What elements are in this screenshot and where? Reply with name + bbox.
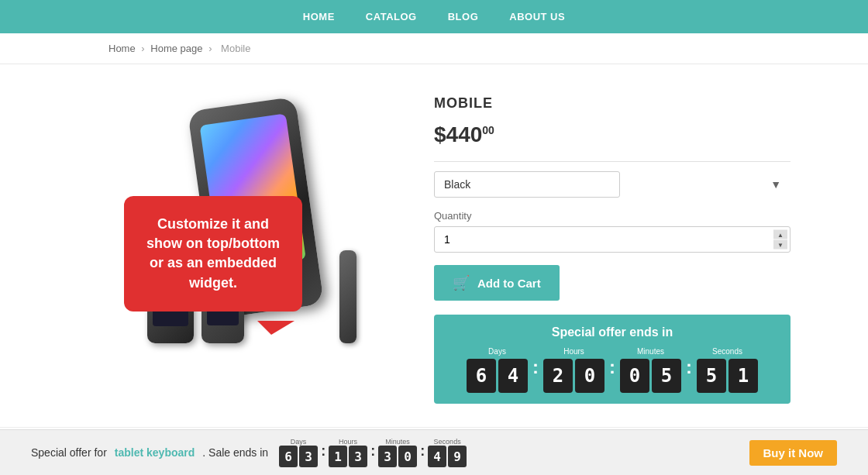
speech-bubble: Customize it and show on top/bottom or a… — [124, 196, 302, 312]
quantity-wrapper: ▲ ▼ — [434, 226, 790, 253]
nav-about[interactable]: ABOUT US — [509, 11, 565, 22]
bottom-countdown: Days 6 3 : Hours 1 3 : Minutes 3 0 : — [279, 438, 467, 467]
bottom-timer-seconds: Seconds 4 9 — [428, 438, 467, 467]
add-to-cart-button[interactable]: 🛒 Add to Cart — [434, 265, 560, 301]
bottom-seconds-label: Seconds — [434, 438, 461, 446]
bottom-days-d2: 3 — [299, 446, 318, 467]
chevron-down-icon: ▼ — [770, 178, 781, 191]
quantity-input[interactable] — [434, 226, 790, 253]
seconds-digit-1: 5 — [697, 359, 726, 393]
product-image-area: Customize it and show on top/bottom or a… — [108, 88, 403, 404]
days-digit-2: 4 — [498, 359, 528, 393]
bottom-timer-hours: Hours 1 3 — [329, 438, 367, 467]
days-label: Days — [488, 347, 506, 356]
bottom-minutes-label: Minutes — [385, 438, 410, 446]
bottom-days-d1: 6 — [279, 446, 298, 467]
hours-digit-1: 2 — [543, 359, 573, 393]
seconds-digit-2: 1 — [728, 359, 758, 393]
bottom-hours-digits: 1 3 — [329, 446, 367, 467]
bottom-minutes-d2: 0 — [398, 446, 417, 467]
minutes-label: Minutes — [637, 347, 664, 356]
timer-seconds: Seconds 5 1 — [697, 347, 758, 393]
seconds-digits: 5 1 — [697, 359, 758, 393]
bottom-days-digits: 6 3 — [279, 446, 318, 467]
quantity-label: Quantity — [434, 210, 790, 222]
separator-1: : — [532, 356, 539, 378]
breadcrumb-home[interactable]: Home — [108, 43, 136, 54]
bottom-sep-3: : — [420, 443, 425, 460]
breadcrumb-current: Mobile — [221, 43, 250, 54]
bottom-bar-link[interactable]: tablet keyboard — [115, 446, 195, 459]
hours-digits: 2 0 — [543, 359, 604, 393]
product-details: MOBILE $44000 Black White Silver ▼ Quant… — [434, 88, 790, 404]
minutes-digit-2: 5 — [652, 359, 681, 393]
countdown-title: Special offer ends in — [450, 325, 775, 339]
product-title: MOBILE — [434, 95, 790, 112]
breadcrumb-homepage[interactable]: Home page — [150, 43, 202, 54]
timer-minutes: Minutes 0 5 — [620, 347, 681, 393]
buy-now-button[interactable]: Buy it Now — [749, 440, 838, 466]
hours-digit-2: 0 — [575, 359, 604, 393]
timer-hours: Hours 2 0 — [543, 347, 604, 393]
bottom-hours-label: Hours — [339, 438, 357, 446]
bottom-sep-2: : — [370, 443, 375, 460]
bottom-hours-d2: 3 — [349, 446, 367, 467]
bottom-seconds-d1: 4 — [428, 446, 446, 467]
minutes-digit-1: 0 — [620, 359, 649, 393]
bottom-minutes-digits: 3 0 — [378, 446, 417, 467]
bottom-sep-1: : — [321, 443, 326, 460]
bottom-seconds-digits: 4 9 — [428, 446, 467, 467]
bottom-days-label: Days — [291, 438, 307, 446]
bottom-bar-text2: . Sale ends in — [202, 446, 268, 459]
bottom-minutes-d1: 3 — [378, 446, 397, 467]
breadcrumb: Home › Home page › Mobile — [0, 33, 868, 64]
separator-2: : — [609, 356, 615, 378]
phone-slim — [339, 250, 356, 343]
days-digit-1: 6 — [467, 359, 496, 393]
main-content: Customize it and show on top/bottom or a… — [0, 64, 868, 427]
nav-home[interactable]: HOME — [303, 11, 335, 22]
cart-icon: 🛒 — [453, 274, 470, 291]
bottom-hours-d1: 1 — [329, 446, 347, 467]
bottom-bar: Special offer for tablet keyboard . Sale… — [0, 429, 868, 469]
seconds-label: Seconds — [712, 347, 742, 356]
qty-up-button[interactable]: ▲ — [773, 230, 787, 239]
color-select[interactable]: Black White Silver — [434, 171, 620, 198]
quantity-spinner: ▲ ▼ — [773, 230, 787, 250]
hours-label: Hours — [563, 347, 584, 356]
bottom-seconds-d2: 9 — [448, 446, 467, 467]
countdown-timer: Days 6 4 : Hours 2 0 : — [450, 347, 775, 393]
separator-3: : — [686, 356, 692, 378]
qty-down-button[interactable]: ▼ — [773, 240, 787, 250]
countdown-widget: Special offer ends in Days 6 4 : Hours 2 — [434, 315, 790, 404]
bottom-timer-days: Days 6 3 — [279, 438, 318, 467]
days-digits: 6 4 — [467, 359, 528, 393]
color-select-wrapper: Black White Silver ▼ — [434, 171, 790, 198]
navigation: HOME CATALOG BLOG ABOUT US — [0, 0, 868, 33]
minutes-digits: 0 5 — [620, 359, 681, 393]
product-price: $44000 — [434, 122, 790, 147]
bottom-bar-text: Special offer for — [31, 446, 107, 459]
add-to-cart-label: Add to Cart — [477, 277, 541, 290]
timer-days: Days 6 4 — [467, 347, 528, 393]
nav-blog[interactable]: BLOG — [448, 11, 479, 22]
nav-catalog[interactable]: CATALOG — [366, 11, 417, 22]
bottom-timer-minutes: Minutes 3 0 — [378, 438, 417, 467]
